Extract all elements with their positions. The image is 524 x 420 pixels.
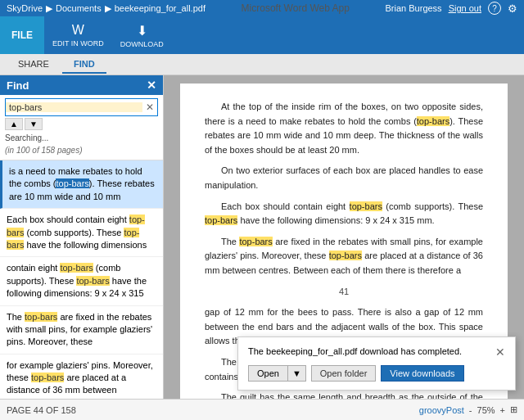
list-item[interactable]: is a need to make rebates to hold the co… — [0, 160, 163, 209]
find-panel: Find ✕ ✕ ▲ ▼ Searching... (in 100 of 158… — [0, 75, 164, 399]
download-button[interactable]: ⬇ DOWNLOAD — [112, 16, 172, 54]
groovy-post-brand: groovyPost — [419, 405, 464, 415]
search-up-button[interactable]: ▲ — [5, 118, 23, 130]
highlight: top-bars — [56, 178, 88, 188]
top-bar-left: SkyDrive ▶ Documents ▶ beekeeping_for_al… — [7, 3, 206, 14]
zoom-level: 75% — [477, 405, 495, 415]
highlight: top-bars — [7, 228, 139, 250]
doc-paragraph: Each box should contain eight top-bars (… — [205, 200, 483, 228]
download-icon: ⬇ — [137, 23, 147, 38]
notif-buttons: Open ▼ Open folder View downloads — [248, 365, 505, 382]
signout-link[interactable]: Sign out — [449, 3, 481, 13]
edit-in-word-button[interactable]: W EDIT IN WORD — [44, 16, 112, 54]
breadcrumb-sep2: ▶ — [105, 3, 111, 14]
app-title: Microsoft Word Web App — [206, 2, 386, 14]
doc-paragraph: The top-bars are fixed in the rebates wi… — [205, 235, 483, 278]
main-layout: Find ✕ ✕ ▲ ▼ Searching... (in 100 of 158… — [0, 75, 524, 399]
search-input[interactable] — [6, 102, 142, 112]
breadcrumb-sep1: ▶ — [46, 3, 52, 14]
doc-paragraph: On two exterior surfaces of each box are… — [205, 164, 483, 192]
find-title: Find — [7, 79, 29, 92]
notif-header: The beekeeping_for_all.pdf download has … — [248, 345, 505, 359]
search-box: ✕ ▲ ▼ Searching... (in 100 of 158 pages) — [0, 95, 163, 160]
highlight: top-bars — [31, 373, 64, 382]
skydrive-link[interactable]: SkyDrive — [7, 3, 43, 13]
find-close-button[interactable]: ✕ — [147, 79, 156, 92]
word-icon: W — [72, 23, 84, 38]
tab-share[interactable]: SHARE — [7, 56, 61, 74]
search-clear-button[interactable]: ✕ — [142, 100, 157, 115]
search-down-button[interactable]: ▼ — [25, 118, 43, 130]
view-downloads-button[interactable]: View downloads — [381, 365, 463, 382]
highlight: top-bars — [25, 312, 57, 322]
highlight: top-bars — [239, 237, 272, 246]
results-list: is a need to make rebates to hold the co… — [0, 160, 163, 399]
find-header: Find ✕ — [0, 75, 163, 95]
file-button[interactable]: FILE — [0, 16, 44, 54]
list-item[interactable]: for example glaziers' pins. Moreover, th… — [0, 355, 163, 399]
highlight: top-bars — [417, 116, 449, 126]
notif-text: The beekeeping_for_all.pdf download has … — [248, 345, 489, 358]
open-dropdown-button[interactable]: ▼ — [287, 365, 306, 382]
highlight: top-bars — [350, 201, 382, 211]
zoom-in-button[interactable]: + — [500, 405, 505, 415]
page-number: 41 — [205, 285, 483, 300]
help-icon[interactable]: ? — [488, 2, 501, 15]
download-notification: The beekeeping_for_all.pdf download has … — [237, 336, 516, 391]
doc-paragraph: At the top of the inside rim of the boxe… — [205, 100, 483, 157]
highlight: top-bars — [205, 215, 237, 225]
top-bar: SkyDrive ▶ Documents ▶ beekeeping_for_al… — [0, 0, 524, 16]
zoom-out-button[interactable]: - — [469, 405, 472, 415]
open-folder-button[interactable]: Open folder — [311, 365, 376, 382]
notif-close-button[interactable]: ✕ — [495, 345, 505, 359]
highlight: top-bars — [329, 251, 362, 260]
fit-page-icon[interactable]: ⊞ — [510, 404, 517, 415]
breadcrumb-file: beekeeping_for_all.pdf — [115, 3, 206, 13]
page-footer: PAGE 44 OF 158 groovyPost - 75% + ⊞ — [0, 399, 524, 420]
list-item[interactable]: Each box should contain eight top-bars (… — [0, 209, 163, 257]
page-info: PAGE 44 OF 158 — [7, 405, 76, 415]
list-item[interactable]: contain eight top-bars (comb supports). … — [0, 257, 163, 305]
highlight: top-bars — [60, 263, 93, 273]
content-area: At the top of the inside rim of the boxe… — [164, 75, 524, 399]
list-item[interactable]: The top-bars are fixed in the rebates wi… — [0, 306, 163, 355]
top-bar-right: Brian Burgess Sign out ? ⚙ — [386, 2, 517, 15]
breadcrumb-documents[interactable]: Documents — [56, 3, 102, 13]
doc-paragraph: The quilt has the same length and breadt… — [205, 391, 483, 399]
search-input-row: ✕ — [5, 98, 158, 116]
highlight: top-bars — [76, 276, 109, 286]
toolbar: FILE W EDIT IN WORD ⬇ DOWNLOAD — [0, 16, 524, 54]
tab-find[interactable]: FIND — [62, 56, 106, 74]
search-nav: ▲ ▼ — [5, 116, 158, 132]
search-count-text: (in 100 of 158 pages) — [5, 144, 158, 156]
settings-icon[interactable]: ⚙ — [508, 2, 517, 15]
user-name: Brian Burgess — [386, 3, 442, 13]
open-button[interactable]: Open — [248, 365, 287, 382]
search-searching-text: Searching... — [5, 132, 158, 144]
open-split-button: Open ▼ — [248, 365, 306, 382]
tab-bar: SHARE FIND — [0, 54, 524, 75]
